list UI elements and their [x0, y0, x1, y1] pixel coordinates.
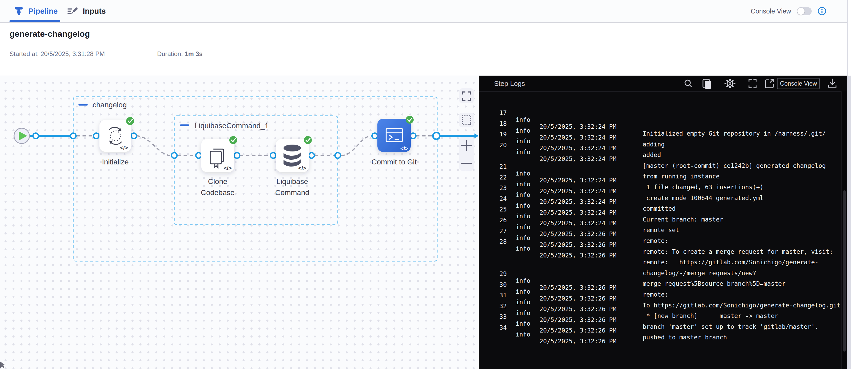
log-timestamp: 20/5/2025, 3:32:26 PM	[539, 327, 617, 334]
success-badge	[229, 136, 237, 144]
active-tab-underline	[9, 20, 60, 22]
log-line: 27 info 20/5/2025, 3:32:26 PM remote: To…	[479, 221, 847, 232]
node-label[interactable]: Initialize	[102, 158, 128, 166]
started-at: Started at: 20/5/2025, 3:31:28 PM	[9, 50, 105, 58]
log-line: changelog/-/merge_requests/new?	[479, 242, 847, 253]
marquee-select-button[interactable]	[459, 112, 474, 127]
group-label[interactable]: LiquibaseCommand_1	[195, 122, 269, 130]
main-content: Pipeline Inputs Console View	[0, 0, 848, 369]
info-icon[interactable]	[817, 7, 827, 15]
screen: Pipeline Inputs Console View	[0, 0, 868, 369]
download-icon[interactable]	[829, 79, 836, 87]
toggle-knob	[797, 8, 805, 15]
log-line: from running instance	[479, 145, 847, 156]
code-glyph: </>	[120, 144, 128, 151]
log-line: merge_request%5Bsource_branch%5D=master	[479, 253, 847, 264]
log-line: 33 info 20/5/2025, 3:32:26 PM pushed to …	[479, 306, 847, 317]
log-line: 22 info 20/5/2025, 3:32:24 PM create mod…	[479, 167, 847, 178]
success-badge	[304, 136, 312, 144]
log-timestamp: 20/5/2025, 3:32:26 PM	[539, 338, 617, 345]
log-line: 26 info 20/5/2025, 3:32:26 PM remote:	[479, 210, 847, 221]
log-line: 32 info 20/5/2025, 3:32:26 PM branch 'ma…	[479, 296, 847, 307]
log-line: 19 info 20/5/2025, 3:32:24 PM added	[479, 124, 847, 135]
node-initialize[interactable]: </> Initialize	[99, 117, 134, 166]
log-line: 23 info 20/5/2025, 3:32:24 PM committed	[479, 178, 847, 189]
duration: Duration: 1m 3s	[157, 50, 203, 58]
node-label-line2[interactable]: Codebase	[201, 189, 235, 197]
tab-inputs-label: Inputs	[83, 7, 106, 15]
fullscreen-icon[interactable]	[749, 79, 756, 88]
log-line: 34 info 20/5/2025, 3:32:26 PM	[479, 317, 847, 328]
mouse-cursor	[0, 362, 5, 369]
success-badge	[406, 116, 414, 124]
log-line: 28 info 20/5/2025, 3:32:26 PM remote: ht…	[479, 231, 847, 242]
node-label-line1[interactable]: Liquibase	[276, 177, 308, 186]
fit-view-button[interactable]	[459, 88, 474, 103]
log-line: 18 info 20/5/2025, 3:32:24 PM adding	[479, 113, 847, 124]
top-tab-bar: Pipeline Inputs Console View	[0, 0, 847, 23]
node-label-line1[interactable]: Clone	[208, 177, 227, 186]
node-clone-codebase[interactable]: </> Clone Codebase	[201, 136, 237, 197]
log-line: 24 info 20/5/2025, 3:32:24 PM Current br…	[479, 189, 847, 199]
tab-inputs[interactable]: Inputs	[67, 0, 106, 22]
stage-label[interactable]: changelog	[93, 101, 127, 109]
console-view-control: Console View	[751, 0, 827, 22]
log-line: 17 info 20/5/2025, 3:32:24 PM Initialize…	[479, 103, 847, 113]
step-logs-panel: Step Logs	[479, 76, 847, 369]
log-line: 31 info 20/5/2025, 3:32:26 PM * [new bra…	[479, 285, 847, 296]
log-line: 20 info 20/5/2025, 3:32:24 PM [master (r…	[479, 135, 847, 146]
pipeline-canvas[interactable]: changelog LiquibaseCommand_1	[0, 76, 479, 369]
log-scrollbar-thumb[interactable]	[843, 190, 846, 351]
inputs-icon	[67, 6, 78, 16]
log-rows[interactable]: 17 info 20/5/2025, 3:32:24 PM Initialize…	[479, 92, 847, 369]
code-glyph: </>	[298, 165, 306, 171]
node-liquibase-command[interactable]: </> Liquibase Command	[275, 136, 312, 197]
canvas-controls	[459, 88, 474, 171]
code-glyph: </>	[224, 165, 232, 171]
log-line: 25 info 20/5/2025, 3:32:24 PM remote set	[479, 199, 847, 210]
copy-icon[interactable]	[703, 79, 711, 89]
start-node[interactable]	[14, 128, 29, 143]
log-line: 30 info 20/5/2025, 3:32:26 PM To https:/…	[479, 274, 847, 285]
group-liquibasecommand-container[interactable]	[174, 116, 338, 225]
node-label-line2[interactable]: Command	[275, 189, 309, 197]
console-view-label: Console View	[751, 7, 791, 15]
duration-value: 1m 3s	[185, 50, 203, 57]
page-scrollbar-strip[interactable]	[847, 76, 851, 369]
log-message: pushed to master branch	[643, 334, 844, 341]
pipeline-icon	[14, 5, 24, 17]
success-badge	[126, 117, 134, 125]
log-line: 21 info 20/5/2025, 3:32:24 PM 1 file cha…	[479, 156, 847, 167]
code-glyph: </>	[400, 145, 408, 152]
console-view-toggle[interactable]	[797, 7, 812, 15]
log-line: 29 info 20/5/2025, 3:32:26 PM remote:	[479, 264, 847, 274]
node-commit-to-git[interactable]: </> Commit to Git	[371, 116, 416, 166]
step-logs-header: Step Logs	[479, 76, 847, 92]
pipeline-name: generate-changelog	[9, 29, 90, 39]
duration-label: Duration:	[157, 50, 183, 57]
tab-pipeline-label: Pipeline	[28, 7, 58, 15]
settings-gear-icon[interactable]	[725, 79, 736, 88]
open-in-new-icon[interactable]	[765, 79, 773, 88]
node-label[interactable]: Commit to Git	[371, 158, 416, 166]
run-header: generate-changelog Started at: 20/5/2025…	[0, 23, 847, 76]
console-view-button[interactable]: Console View	[777, 78, 820, 89]
started-value: 20/5/2025, 3:31:28 PM	[40, 50, 105, 57]
started-label: Started at:	[9, 50, 39, 57]
search-icon[interactable]	[685, 80, 691, 87]
log-line-number: 34	[489, 324, 507, 331]
tab-pipeline[interactable]: Pipeline	[14, 0, 58, 22]
log-level: info	[516, 331, 530, 338]
